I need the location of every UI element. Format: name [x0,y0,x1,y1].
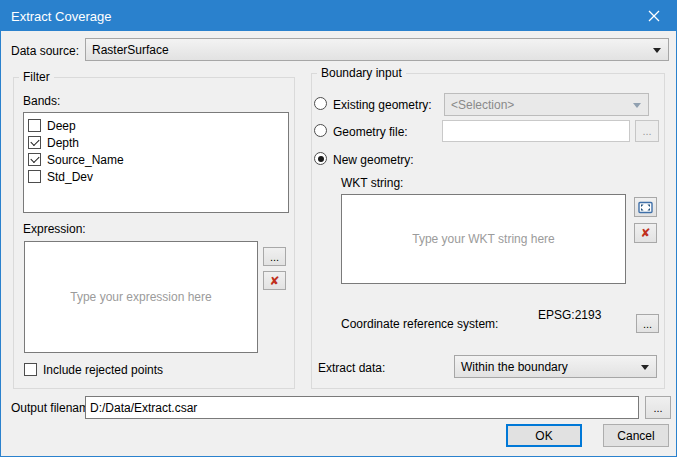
geometry-file-label: Geometry file: [333,125,408,139]
band-item-deep[interactable]: Deep [24,117,288,134]
wkt-placeholder: Type your WKT string here [412,232,555,246]
expression-placeholder: Type your expression here [70,290,211,304]
geometry-file-radio[interactable] [314,124,327,137]
extract-data-value: Within the boundary [461,360,568,374]
chevron-down-icon [633,103,641,108]
extract-coverage-dialog: Extract Coverage Data source: RasterSurf… [0,0,677,457]
new-geometry-label: New geometry: [333,153,414,167]
existing-geometry-label: Existing geometry: [333,98,432,112]
geometry-file-input [442,120,630,142]
checkbox-source-name[interactable] [28,153,41,166]
wkt-string-label: WKT string: [341,176,403,190]
wkt-clear-button[interactable]: ✘ [634,223,657,243]
chevron-down-icon [641,365,649,370]
band-item-source-name[interactable]: Source_Name [24,151,288,168]
chevron-down-icon [653,48,661,53]
titlebar[interactable]: Extract Coverage [1,1,676,31]
band-label: Std_Dev [47,170,93,184]
geometry-file-browse-button: ... [635,120,659,142]
existing-geometry-combobox: <Selection> [444,93,649,116]
existing-geometry-value: <Selection> [451,98,514,112]
data-source-label: Data source: [11,44,79,58]
output-filename-input[interactable] [85,396,639,419]
crs-browse-button[interactable]: ... [636,314,659,333]
crs-label: Coordinate reference system: [341,317,498,331]
ok-button[interactable]: OK [506,424,582,447]
cancel-button[interactable]: Cancel [603,424,669,447]
include-rejected-label: Include rejected points [43,363,163,377]
expression-label: Expression: [23,222,86,236]
new-geometry-radio[interactable] [314,152,327,165]
expression-textarea[interactable]: Type your expression here [24,241,258,353]
data-source-combobox[interactable]: RasterSurface [85,38,669,61]
crs-value: EPSG:2193 [538,308,601,322]
band-label: Deep [47,119,76,133]
wkt-expand-button[interactable] [634,197,657,217]
include-rejected-checkbox[interactable] [24,363,37,376]
expand-extents-icon [638,201,653,214]
bands-listbox[interactable]: Deep Depth Source_Name Std_Dev [23,112,289,213]
bands-label: Bands: [23,94,60,108]
extract-data-combobox[interactable]: Within the boundary [454,355,657,378]
clear-x-icon: ✘ [640,227,650,239]
data-source-value: RasterSurface [92,43,169,57]
band-label: Depth [47,136,79,150]
close-icon [648,10,660,22]
band-item-depth[interactable]: Depth [24,134,288,151]
checkbox-deep[interactable] [28,119,41,132]
existing-geometry-radio[interactable] [314,97,327,110]
band-label: Source_Name [47,153,124,167]
expression-browse-button[interactable]: ... [263,247,286,266]
wkt-textarea[interactable]: Type your WKT string here [341,194,626,284]
clear-x-icon: ✘ [269,275,279,287]
close-button[interactable] [631,1,676,31]
band-item-std-dev[interactable]: Std_Dev [24,168,288,185]
checkbox-depth[interactable] [28,136,41,149]
extract-data-label: Extract data: [318,361,385,375]
boundary-group-title: Boundary input [317,66,406,80]
checkbox-std-dev[interactable] [28,170,41,183]
filter-group-title: Filter [19,70,54,84]
output-browse-button[interactable]: ... [645,396,671,419]
dialog-title: Extract Coverage [1,9,111,24]
expression-clear-button[interactable]: ✘ [263,271,286,290]
